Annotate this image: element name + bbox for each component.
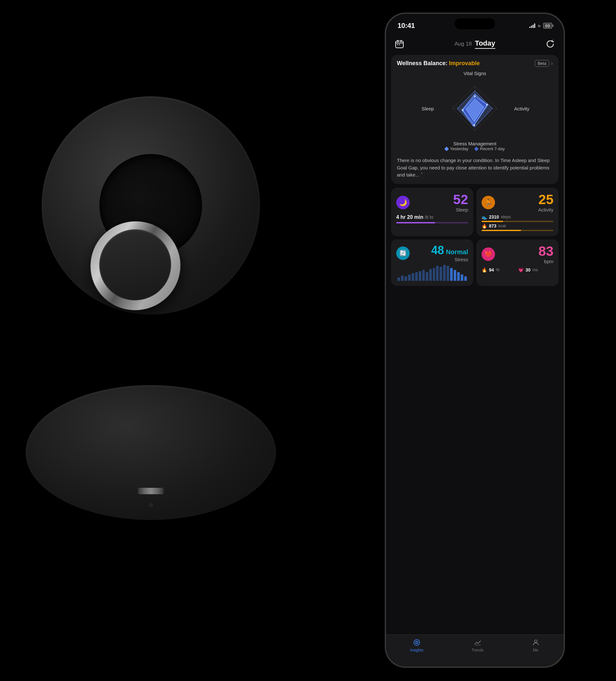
sleep-detail: 4 hr 20 min /8 hr	[396, 215, 468, 220]
heart-score: 83	[538, 245, 554, 258]
nav-title: Today	[475, 39, 495, 47]
stress-card[interactable]: 🔄 48 Normal Stress	[391, 239, 473, 286]
stress-level: Normal	[446, 248, 468, 256]
steps-bar-bg	[482, 221, 554, 222]
svg-point-23	[535, 640, 537, 642]
chart-bar	[415, 272, 418, 281]
tab-me[interactable]: Me	[532, 639, 540, 652]
activity-card-top: 🏃 25 Activity	[482, 193, 554, 212]
sleep-bar-fill	[396, 222, 435, 223]
sleep-card[interactable]: 🌙 52 Sleep 4 hr 20 min /8 hr	[391, 188, 473, 236]
heart-unit: bpm	[538, 259, 554, 264]
svg-point-16	[486, 104, 488, 106]
sleep-label: Sleep	[453, 207, 468, 212]
wellness-card: Wellness Balance: Improvable Beta › Vita…	[391, 55, 559, 184]
radar-svg	[446, 80, 504, 137]
svg-point-21	[416, 642, 417, 643]
radar-legend: Yesterday Recent 7-day	[445, 146, 505, 151]
svg-point-18	[462, 109, 464, 111]
sleep-icon: 🌙	[396, 196, 410, 209]
radar-label-stress: Stress Management	[453, 141, 496, 146]
chart-bar	[397, 278, 400, 281]
heart-icon: ❤️	[482, 247, 495, 261]
steps-icon: 👟	[482, 215, 487, 220]
activity-score-group: 25 Activity	[538, 193, 554, 212]
metric-grid: 🌙 52 Sleep 4 hr 20 min /8 hr	[391, 188, 559, 286]
kcal-bar-bg	[482, 230, 554, 231]
wellness-status: Improvable	[449, 60, 480, 67]
sleep-card-top: 🌙 52 Sleep	[396, 193, 468, 212]
tab-trends[interactable]: Trends	[471, 639, 484, 652]
tab-me-label: Me	[533, 648, 538, 652]
radar-label-vital-signs: Vital Signs	[464, 71, 486, 76]
chart-bar	[408, 274, 411, 281]
chart-bar	[429, 269, 432, 281]
case-base-dot	[149, 503, 153, 507]
stress-chart	[396, 265, 468, 281]
svg-point-17	[473, 124, 475, 126]
tab-trends-label: Trends	[471, 648, 484, 652]
chart-bar	[461, 274, 463, 281]
chart-bar	[422, 270, 425, 280]
svg-rect-4	[397, 44, 398, 45]
signal-icon	[530, 23, 535, 28]
heart-score-group: 83 bpm	[538, 245, 554, 264]
activity-label: Activity	[538, 207, 554, 212]
chart-bar	[412, 273, 414, 280]
heart-card[interactable]: ❤️ 83 bpm 🔥 94 %	[477, 239, 559, 286]
calendar-icon[interactable]	[394, 38, 405, 50]
wellness-beta-btn[interactable]: Beta ›	[535, 60, 553, 67]
svg-point-15	[474, 95, 476, 97]
phone-screen: 10:41 ≈ 69	[386, 14, 564, 666]
chart-bar	[450, 268, 453, 281]
activity-card[interactable]: 🏃 25 Activity 👟 2310 steps	[477, 188, 559, 236]
stress-card-top: 🔄 48 Normal Stress	[396, 245, 468, 262]
chart-bar	[426, 272, 428, 281]
wellness-header: Wellness Balance: Improvable Beta ›	[397, 60, 553, 67]
flame-icon: 🔥	[482, 223, 487, 228]
nav-date-title: Aug 18 Today	[454, 39, 495, 49]
radar-chart: Vital Signs Sleep Activity Stress Manage…	[397, 71, 553, 154]
phone-frame: 10:41 ≈ 69	[385, 13, 565, 667]
activity-icon: 🏃	[482, 196, 495, 209]
hrv-row: 💗 30 ms	[518, 267, 554, 273]
activity-score: 25	[538, 193, 554, 206]
legend-recent: Recent 7-day	[475, 146, 505, 151]
nav-date: Aug 18	[454, 41, 471, 47]
radar-label-activity: Activity	[514, 106, 530, 111]
phone: 10:41 ≈ 69	[385, 13, 565, 667]
stress-label: Stress	[431, 257, 468, 262]
expand-icon[interactable]: ˅	[420, 172, 423, 177]
dynamic-island	[455, 18, 495, 29]
wellness-description: There is no obvious change in your condi…	[397, 157, 553, 179]
chart-bar	[446, 266, 449, 281]
wifi-icon: ≈	[538, 23, 540, 29]
tab-insights[interactable]: Insights	[410, 639, 423, 652]
chart-bar	[464, 276, 467, 280]
chart-bar	[440, 267, 442, 280]
sleep-bar-bg	[396, 222, 468, 223]
sleep-score: 52	[453, 193, 468, 206]
sleep-score-group: 52 Sleep	[453, 193, 468, 212]
tab-insights-label: Insights	[410, 648, 423, 652]
svg-rect-5	[399, 44, 400, 45]
radar-label-sleep: Sleep	[421, 106, 434, 111]
ring-device	[26, 96, 276, 546]
spo2-row: 🔥 94 %	[482, 267, 517, 273]
chart-bar	[405, 276, 407, 280]
hr-bottom: 🔥 94 % 💗 30 ms	[482, 266, 554, 273]
heart-card-top: ❤️ 83 bpm	[482, 245, 554, 264]
beta-badge: Beta	[535, 60, 549, 67]
status-icons: ≈ 69	[530, 23, 552, 29]
legend-yesterday: Yesterday	[445, 146, 468, 151]
status-time: 10:41	[397, 22, 415, 30]
chart-bar	[401, 275, 404, 281]
tab-bar: Insights Trends Me	[386, 634, 564, 666]
stress-score: 48	[431, 245, 444, 256]
chart-bar	[433, 268, 435, 281]
wellness-chevron: ›	[551, 61, 553, 67]
kcal-bar-fill	[482, 230, 521, 231]
refresh-icon[interactable]	[544, 38, 556, 50]
stress-icon: 🔄	[396, 247, 410, 260]
case-base	[26, 385, 276, 520]
